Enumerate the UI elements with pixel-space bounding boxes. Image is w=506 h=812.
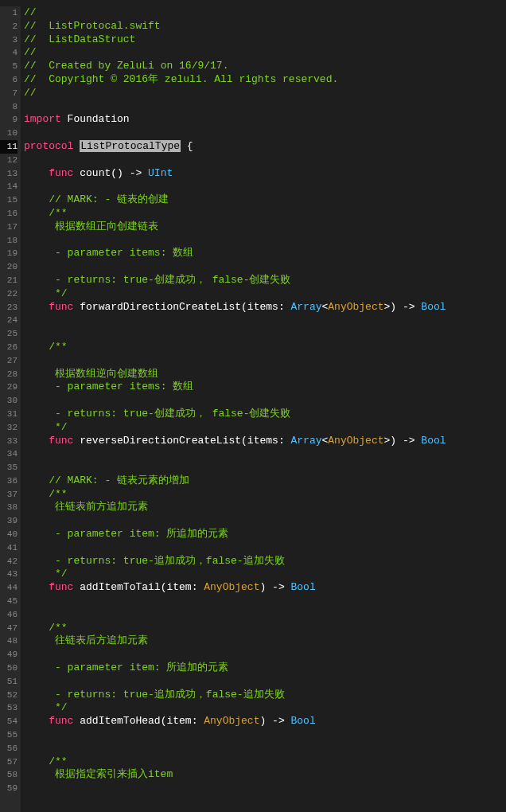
- code-line: import Foundation: [24, 113, 506, 127]
- code-line: func addItemToHead(item: AnyObject) -> B…: [24, 715, 506, 728]
- code-line: [24, 154, 506, 167]
- token-plain: [24, 622, 49, 634]
- token-comment: */: [55, 568, 68, 580]
- line-number: 22: [0, 287, 18, 301]
- token-comment: /**: [49, 207, 67, 219]
- token-comment: */: [55, 421, 68, 433]
- token-plain: [24, 701, 55, 713]
- code-area[interactable]: //// ListProtocal.swift// ListDataStruct…: [21, 6, 506, 812]
- line-number: 9: [0, 113, 18, 127]
- line-number: 10: [0, 127, 18, 140]
- line-number: 55: [0, 728, 18, 742]
- code-line: [24, 595, 506, 608]
- code-line: //: [24, 6, 506, 20]
- code-line: func addItemToTail(item: AnyObject) -> B…: [24, 581, 506, 595]
- token-plain: [24, 541, 55, 553]
- token-plain: [24, 555, 55, 567]
- line-number: 26: [0, 341, 18, 354]
- token-type: Array: [290, 435, 321, 447]
- code-line: */: [24, 701, 506, 715]
- token-comment: //: [24, 87, 37, 99]
- line-number: 30: [0, 394, 18, 408]
- token-plain: addItemToTail(item:: [73, 581, 204, 593]
- line-number: 23: [0, 301, 18, 314]
- token-comment: - parameter items: 数组: [55, 247, 193, 259]
- code-line: - parameter item: 所追加的元素: [24, 528, 506, 541]
- token-plain: addItemToHead(item:: [73, 715, 204, 727]
- code-line: - returns: true-追加成功，false-追加失败: [24, 689, 506, 702]
- line-number: 12: [0, 154, 18, 167]
- token-comment: /**: [49, 341, 67, 353]
- token-type2: AnyObject: [328, 301, 383, 313]
- token-plain: [24, 368, 55, 380]
- code-line: // ListProtocal.swift: [24, 20, 506, 33]
- code-line: // MARK: - 链表元素的增加: [24, 474, 506, 488]
- token-comment: // ListProtocal.swift: [24, 20, 161, 32]
- line-number: 59: [0, 782, 18, 795]
- line-number: 56: [0, 742, 18, 755]
- token-comment: 往链表前方追加元素: [55, 501, 148, 513]
- code-line: */: [24, 287, 506, 301]
- token-plain: count() ->: [73, 167, 148, 179]
- code-line: protocol ListProtocalType {: [24, 140, 506, 154]
- code-line: 根据数组逆向创建数组: [24, 368, 506, 381]
- code-editor[interactable]: 1234567891011121314151617181920212223242…: [0, 0, 506, 812]
- line-number: 4: [0, 46, 18, 60]
- token-plain: [24, 689, 55, 701]
- token-plain: [24, 341, 49, 353]
- code-line: //: [24, 87, 506, 100]
- token-type: Bool: [421, 301, 446, 313]
- code-line: 根据数组正向创建链表: [24, 221, 506, 234]
- token-type: Bool: [291, 581, 316, 593]
- line-number: 6: [0, 73, 18, 87]
- token-plain: ) ->: [259, 581, 290, 593]
- line-number: 41: [0, 541, 18, 555]
- line-number: 48: [0, 634, 18, 648]
- code-line: 根据指定索引来插入item: [24, 768, 506, 782]
- token-comment: - returns: true-追加成功，false-追加失败: [55, 689, 285, 701]
- line-number: 33: [0, 435, 18, 448]
- line-number: 11: [0, 140, 18, 154]
- code-line: // ListDataStruct: [24, 33, 506, 47]
- token-type: Bool: [291, 715, 316, 727]
- token-keyword: protocol: [24, 140, 73, 152]
- token-comment: // ListDataStruct: [24, 33, 135, 45]
- token-plain: [24, 421, 55, 433]
- line-number: 32: [0, 421, 18, 435]
- line-number: 13: [0, 167, 18, 181]
- token-plain: [24, 234, 55, 246]
- token-comment: - parameter items: 数组: [55, 381, 193, 392]
- token-plain: [24, 715, 49, 727]
- code-line: [24, 327, 506, 341]
- token-plain: [24, 648, 55, 660]
- token-plain: [24, 528, 55, 540]
- token-plain: [24, 755, 49, 767]
- line-number: 5: [0, 60, 18, 73]
- line-number: 24: [0, 314, 18, 327]
- code-line: - parameter items: 数组: [24, 381, 506, 394]
- token-keyword: func: [49, 301, 73, 313]
- token-plain: [24, 247, 55, 259]
- line-number: 17: [0, 221, 18, 234]
- token-comment: 根据数组正向创建链表: [55, 221, 158, 232]
- line-number: 31: [0, 408, 18, 421]
- token-comment: - returns: true-创建成功， false-创建失败: [55, 408, 290, 420]
- token-plain: [24, 501, 55, 513]
- line-number: 14: [0, 180, 18, 193]
- token-plain: [24, 260, 55, 272]
- code-line: /**: [24, 622, 506, 635]
- code-line: - parameter item: 所追加的元素: [24, 662, 506, 675]
- code-line: [24, 180, 506, 193]
- token-comment: /**: [49, 488, 67, 500]
- token-plain: [24, 207, 49, 219]
- token-plain: [24, 514, 55, 526]
- token-plain: forwardDirectionCreateList(items:: [73, 301, 290, 313]
- token-comment: */: [55, 287, 68, 299]
- code-line: func count() -> UInt: [24, 167, 506, 181]
- line-number: 16: [0, 207, 18, 221]
- code-line: [24, 782, 506, 795]
- token-plain: [24, 167, 49, 179]
- line-number: 40: [0, 528, 18, 541]
- token-comment: - parameter item: 所追加的元素: [55, 662, 228, 673]
- code-line: */: [24, 568, 506, 581]
